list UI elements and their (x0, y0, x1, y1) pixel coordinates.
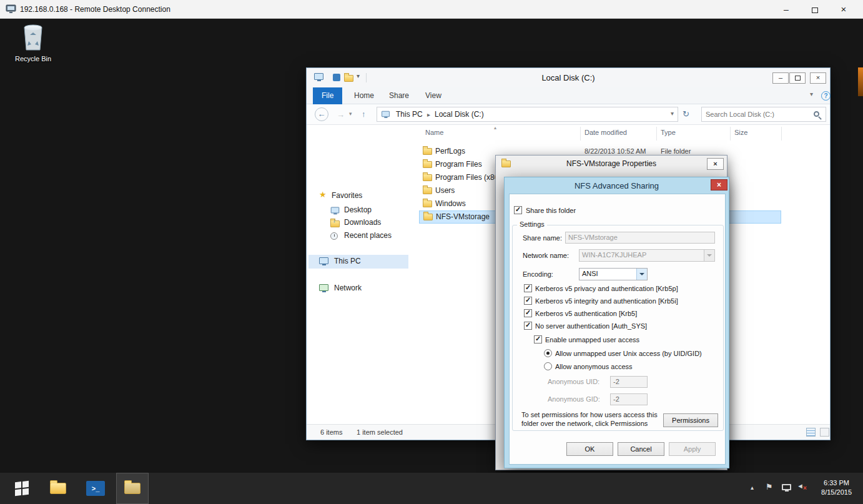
anonymous-uid-field[interactable]: -2 (610, 376, 648, 388)
auth-sys-label[interactable]: No server authentication [Auth_SYS] (535, 322, 647, 330)
refresh-icon: ↻ (683, 109, 689, 119)
favorites-star-icon: ★ (319, 190, 327, 199)
network-name-combobox[interactable]: WIN-A1C7KJUHEAP (579, 249, 715, 262)
column-header-name[interactable]: Name (425, 129, 443, 136)
refresh-button[interactable]: ↻ (683, 109, 689, 119)
rdp-maximize-button[interactable] (801, 0, 829, 19)
properties-titlebar[interactable]: NFS-VMstorage Properties × (496, 156, 727, 172)
column-separator[interactable] (580, 127, 581, 141)
krb5p-checkbox[interactable] (524, 284, 532, 292)
allow-anonymous-label[interactable]: Allow anonymous access (555, 363, 633, 370)
krb5-checkbox[interactable] (524, 309, 532, 317)
file-name: Program Files (x86) (435, 173, 501, 182)
enable-unmapped-label[interactable]: Enable unmapped user access (545, 336, 639, 343)
sidebar-item-favorites[interactable]: Favorites (332, 191, 362, 200)
explorer-maximize-button[interactable] (789, 72, 806, 84)
thumbnails-view-icon[interactable] (820, 428, 829, 437)
tray-network-icon[interactable] (782, 484, 791, 490)
rdp-minimize-button[interactable]: – (772, 0, 801, 19)
share-name-field[interactable]: NFS-VMstorage (565, 232, 715, 244)
anonymous-gid-value: -2 (613, 395, 619, 403)
tab-view[interactable]: View (417, 87, 450, 104)
nfs-dialog-content: Share this folder Settings Share name: N… (509, 194, 726, 465)
nfs-close-button[interactable]: × (711, 179, 727, 190)
column-header-date-modified[interactable]: Date modified (584, 129, 627, 136)
nfs-titlebar[interactable]: NFS Advanced Sharing × (505, 177, 729, 194)
taskbar-powershell-button[interactable]: >_ (81, 473, 110, 504)
sidebar-item-recent-places[interactable]: Recent places (344, 231, 392, 240)
krb5p-label[interactable]: Kerberos v5 privacy and authentication [… (535, 285, 678, 292)
taskbar: >_ ▴ ⚑ ◄ × 6:33 PM 8/15/2015 (0, 473, 863, 504)
share-this-folder-checkbox[interactable] (514, 206, 522, 214)
allow-unix-access-radio[interactable] (544, 349, 552, 357)
ribbon-tab-strip: File Home Share View ▾ ? (307, 87, 830, 104)
start-button[interactable] (5, 473, 39, 504)
back-button[interactable]: ← (315, 107, 328, 121)
explorer-minimize-button[interactable]: – (772, 72, 789, 84)
share-this-folder-label[interactable]: Share this folder (526, 207, 576, 214)
rdp-titlebar[interactable]: 192.168.0.168 - Remote Desktop Connectio… (0, 0, 863, 19)
windows-logo-icon (15, 481, 29, 496)
this-pc-icon (319, 257, 328, 264)
cancel-button[interactable]: Cancel (618, 442, 664, 456)
tray-expand-button[interactable]: ▴ (751, 484, 754, 491)
krb5i-label[interactable]: Kerberos v5 integrity and authentication… (535, 297, 678, 305)
breadcrumb-separator-icon: ▸ (424, 111, 433, 118)
krb5-label[interactable]: Kerberos v5 authentication [Krb5] (535, 310, 637, 317)
address-bar[interactable]: This PC ▸ Local Disk (C:) ▾ (377, 107, 678, 122)
address-dropdown-icon[interactable]: ▾ (671, 110, 674, 117)
rdp-close-button[interactable]: × (829, 0, 858, 19)
enable-unmapped-checkbox[interactable] (534, 335, 542, 343)
close-icon: × (717, 180, 721, 189)
recycle-bin-shortcut[interactable]: Recycle Bin (5, 22, 61, 66)
tray-flag-icon[interactable]: ⚑ (766, 482, 773, 492)
column-separator[interactable] (781, 127, 782, 141)
ok-button[interactable]: OK (566, 442, 613, 456)
details-view-icon[interactable] (806, 428, 816, 437)
sidebar-item-downloads[interactable]: Downloads (344, 218, 381, 227)
network-name-dropdown-icon[interactable] (704, 250, 714, 261)
column-header-size[interactable]: Size (734, 129, 747, 136)
taskbar-active-window-button[interactable] (116, 473, 149, 504)
rdp-session-screen: Recycle Bin ▾ Local Disk (C:) – × File H… (0, 0, 863, 504)
column-separator[interactable] (656, 127, 657, 141)
permissions-button[interactable]: Permissions (663, 413, 718, 427)
help-icon[interactable]: ? (821, 91, 831, 101)
allow-anonymous-radio[interactable] (544, 362, 552, 370)
nfs-advanced-sharing-dialog: NFS Advanced Sharing × Share this folder… (504, 177, 729, 468)
column-separator[interactable] (730, 127, 731, 141)
anonymous-gid-field[interactable]: -2 (610, 393, 648, 405)
tab-share[interactable]: Share (380, 87, 418, 104)
tray-mute-icon: × (803, 485, 807, 492)
sidebar-item-network[interactable]: Network (334, 284, 362, 292)
explorer-titlebar[interactable]: ▾ Local Disk (C:) – × (307, 68, 830, 87)
explorer-close-button[interactable]: × (810, 72, 826, 84)
forward-button[interactable]: → (337, 110, 345, 119)
up-icon: ↑ (362, 109, 366, 119)
tab-home[interactable]: Home (345, 87, 383, 104)
up-button[interactable]: ↑ (362, 109, 366, 119)
close-icon: × (713, 160, 717, 167)
sidebar-item-this-pc[interactable]: This PC (334, 257, 361, 265)
auth-sys-checkbox[interactable] (524, 322, 532, 330)
tray-clock[interactable]: 6:33 PM 8/15/2015 (821, 478, 852, 497)
breadcrumb-this-pc-icon (382, 111, 390, 117)
search-input[interactable] (706, 109, 811, 120)
breadcrumb-current[interactable]: Local Disk (C:) (435, 110, 484, 119)
encoding-combobox[interactable]: ANSI (579, 268, 648, 280)
column-header-type[interactable]: Type (661, 129, 676, 136)
sidebar-item-desktop[interactable]: Desktop (344, 205, 372, 214)
allow-unix-access-label[interactable]: Allow unmapped user Unix access (by UID/… (555, 350, 702, 357)
taskbar-file-explorer-button[interactable] (44, 473, 72, 504)
sort-indicator-icon: ▴ (494, 125, 496, 131)
apply-button[interactable]: Apply (669, 442, 716, 456)
tab-file[interactable]: File (313, 87, 342, 104)
ribbon-collapse-chevron[interactable]: ▾ (810, 91, 813, 97)
encoding-dropdown-icon[interactable] (636, 269, 647, 280)
history-dropdown-button[interactable]: ▾ (349, 111, 352, 117)
breadcrumb-root[interactable]: This PC (396, 110, 423, 119)
search-icon[interactable] (814, 111, 819, 117)
network-name-label: Network name: (523, 252, 569, 259)
properties-close-button[interactable]: × (707, 158, 724, 170)
krb5i-checkbox[interactable] (524, 297, 532, 305)
